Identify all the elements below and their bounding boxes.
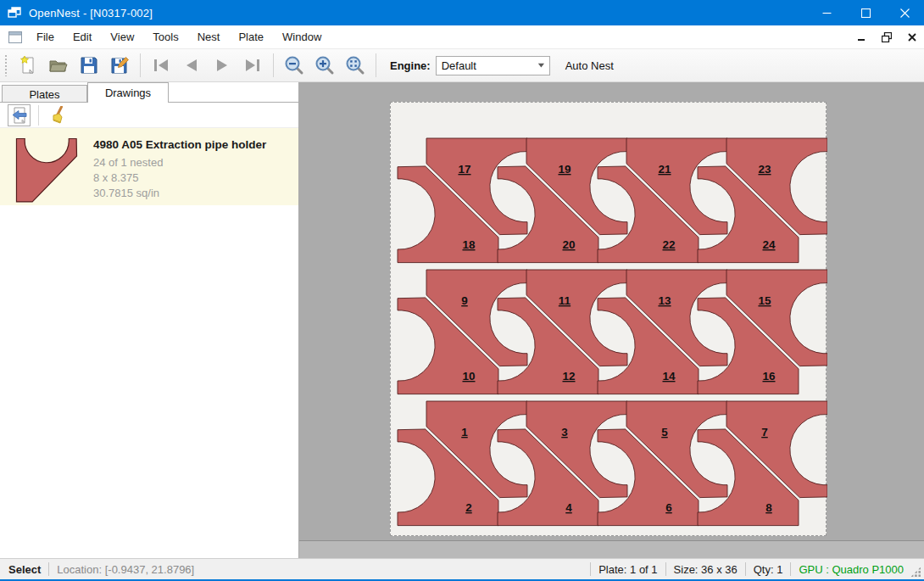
status-size: Size: 36 x 36 [674,563,738,576]
chevron-down-icon [534,57,549,75]
drawing-size: 8 x 8.375 [93,170,266,186]
part-label-17: 17 [458,163,470,176]
part-label-9: 9 [461,294,468,307]
status-separator [590,562,591,576]
tab-plates[interactable]: Plates [2,85,87,103]
engine-select[interactable]: Default [436,56,550,75]
toolbar-separator [376,53,376,77]
drawing-area: 30.7815 sq/in [93,186,266,201]
status-separator [790,562,791,576]
part-label-22: 22 [662,238,675,251]
drawings-toolbar [0,103,298,128]
toolbar: Engine: Default Auto Nest [0,48,924,82]
part-label-19: 19 [558,163,571,176]
menu-nest[interactable]: Nest [188,26,230,47]
drawing-item-text: 4980 A05 Extraction pipe holder 24 of 1 … [81,138,266,205]
part-label-2: 2 [465,501,472,514]
zoom-fit-icon [345,55,365,75]
statusbar-right: Plate: 1 of 1 Size: 36 x 36 Qty: 1 GPU :… [582,561,924,578]
close-button[interactable] [885,0,924,25]
mdi-close-button[interactable] [905,31,919,44]
menu-window[interactable]: Window [273,26,331,47]
part-label-14: 14 [662,370,676,383]
menu-plate[interactable]: Plate [229,26,273,47]
zoom-in-icon [314,55,335,75]
first-plate-button[interactable] [146,52,176,79]
mdi-window-controls [854,25,919,48]
new-file-button[interactable] [13,52,43,79]
drawing-title: 4980 A05 Extraction pipe holder [93,138,266,151]
horizontal-scrollbar[interactable] [299,540,924,558]
drawing-list-item[interactable]: 4980 A05 Extraction pipe holder 24 of 1 … [0,128,298,205]
toolbar-separator [140,53,141,77]
status-qty: Qty: 1 [754,563,783,576]
new-file-icon [18,55,38,75]
previous-plate-button[interactable] [176,52,207,79]
minimize-button[interactable] [807,0,846,25]
statusbar: Select Location: [-0.9437, 21.8796] Plat… [0,558,924,581]
status-separator [745,562,746,576]
maximize-icon [861,8,871,18]
resize-grip[interactable] [910,567,921,578]
mdi-restore-icon [882,32,892,42]
part-label-20: 20 [562,238,575,251]
clean-button[interactable] [46,104,69,126]
part-label-24: 24 [762,238,776,251]
left-panel: Plates Drawings [0,82,299,558]
zoom-in-button[interactable] [309,52,340,79]
app-icon [8,6,22,20]
maximize-button[interactable] [846,0,885,25]
menubar: FileEditViewToolsNestPlateWindow [0,25,924,48]
mdi-restore-button[interactable] [880,31,893,44]
part-label-12: 12 [562,370,575,383]
plate: 171819202122232491011121314151612345678 [390,102,827,536]
last-plate-button[interactable] [237,52,268,79]
close-icon [900,8,910,18]
menu-edit[interactable]: Edit [64,26,101,47]
drawing-nested-count: 24 of 1 nested [93,155,266,170]
nav-first-icon [151,55,171,75]
import-drawing-button[interactable] [8,104,31,126]
zoom-out-icon [284,55,304,75]
nav-last-icon [242,55,263,75]
save-button[interactable] [74,52,104,79]
part-label-16: 16 [762,370,776,383]
toolbar-separator [273,53,274,77]
nav-next-icon [212,55,232,75]
menu-tools[interactable]: Tools [143,26,187,47]
save-icon [79,55,99,75]
part-label-11: 11 [559,294,571,307]
next-plate-button[interactable] [207,52,237,79]
status-separator [48,562,49,576]
auto-nest-button[interactable]: Auto Nest [557,54,622,77]
menu-file[interactable]: File [27,26,64,47]
part-label-4: 4 [565,501,572,514]
part-label-1: 1 [461,426,468,439]
part-label-18: 18 [462,238,476,251]
status-plate: Plate: 1 of 1 [598,563,657,576]
import-drawing-icon [11,107,28,124]
part-label-23: 23 [758,163,771,176]
engine-label: Engine: [390,59,431,72]
part-thumbnail [12,138,81,203]
tab-drawings[interactable]: Drawings [87,82,169,103]
open-file-button[interactable] [43,52,74,79]
tabstrip: Plates Drawings [0,82,298,103]
part-label-6: 6 [665,501,672,514]
nest-canvas[interactable]: 171819202122232491011121314151612345678 [299,82,924,540]
menu-view[interactable]: View [101,26,143,47]
status-location: Location: [-0.9437, 21.8796] [57,563,194,576]
toolbar-grip[interactable] [4,54,8,76]
zoom-out-button[interactable] [279,52,309,79]
minimize-icon [822,8,832,18]
part-label-15: 15 [758,294,771,307]
mdi-close-icon [908,33,916,42]
clean-broom-icon [49,106,66,125]
app-window: OpenNest - [N0317-002] FileEditViewTools… [0,0,924,581]
save-as-button[interactable] [104,52,135,79]
window-title: OpenNest - [N0317-002] [29,7,153,20]
part-label-10: 10 [462,370,475,383]
mdi-minimize-button[interactable] [854,31,868,44]
zoom-fit-button[interactable] [340,52,370,79]
plate-svg: 171819202122232491011121314151612345678 [391,103,827,537]
